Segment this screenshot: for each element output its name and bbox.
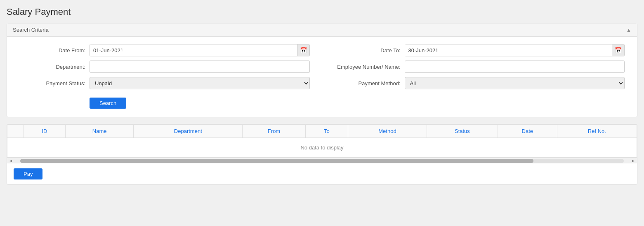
- page-title: Salary Payment: [7, 7, 637, 17]
- date-to-row: Date To: 📅: [335, 44, 625, 56]
- table-container: ID Name Department From To Method Status…: [7, 124, 637, 158]
- calendar-to-icon: 📅: [615, 47, 622, 54]
- pay-button[interactable]: Pay: [14, 168, 42, 179]
- scroll-right-arrow[interactable]: ►: [631, 158, 635, 163]
- col-from: From: [243, 125, 305, 138]
- payment-status-label: Payment Status:: [19, 80, 85, 86]
- calendar-from-icon: 📅: [300, 47, 307, 54]
- date-to-input[interactable]: [405, 44, 612, 56]
- scrollbar-thumb[interactable]: [20, 159, 533, 163]
- date-from-calendar-button[interactable]: 📅: [297, 44, 309, 56]
- date-to-calendar-button[interactable]: 📅: [612, 44, 624, 56]
- search-panel-header: Search Criteria ▲: [7, 23, 637, 37]
- date-from-label: Date From:: [19, 47, 85, 54]
- search-criteria-label: Search Criteria: [13, 27, 49, 33]
- scroll-left-arrow[interactable]: ◄: [9, 158, 13, 163]
- horizontal-scrollbar[interactable]: ◄ ►: [7, 158, 637, 163]
- employee-row: Employee Number/ Name:: [335, 61, 625, 73]
- payment-method-label: Payment Method:: [335, 80, 401, 86]
- results-table: ID Name Department From To Method Status…: [7, 124, 637, 158]
- col-department: Department: [134, 125, 243, 138]
- col-checkbox: [7, 125, 24, 138]
- col-refno: Ref No.: [557, 125, 637, 138]
- search-panel-body: Date From: 📅 Department: Payment Status: [7, 37, 637, 117]
- left-column: Date From: 📅 Department: Payment Status: [19, 44, 310, 93]
- date-from-row: Date From: 📅: [19, 44, 310, 56]
- search-btn-row: Search: [19, 98, 625, 109]
- table-header-row: ID Name Department From To Method Status…: [7, 125, 637, 138]
- payment-status-select[interactable]: Unpaid Paid All: [90, 77, 310, 89]
- col-method: Method: [348, 125, 427, 138]
- col-to: To: [305, 125, 348, 138]
- date-from-input[interactable]: [90, 44, 297, 56]
- department-row: Department:: [19, 61, 310, 73]
- col-name: Name: [65, 125, 133, 138]
- collapse-icon[interactable]: ▲: [626, 27, 631, 33]
- col-date: Date: [498, 125, 557, 138]
- col-id: ID: [24, 125, 66, 138]
- payment-method-row: Payment Method: All Cash Bank Transfer: [335, 77, 625, 89]
- employee-label: Employee Number/ Name:: [335, 64, 401, 70]
- pay-btn-row: Pay: [7, 163, 637, 184]
- right-column: Date To: 📅 Employee Number/ Name: Payme: [335, 44, 625, 93]
- date-to-wrapper: 📅: [405, 44, 625, 56]
- no-data-cell: No data to display: [7, 138, 637, 158]
- no-data-row: No data to display: [7, 138, 637, 158]
- search-button[interactable]: Search: [90, 98, 126, 109]
- col-status: Status: [427, 125, 498, 138]
- department-label: Department:: [19, 64, 85, 70]
- scrollbar-track: [20, 159, 624, 163]
- date-to-label: Date To:: [335, 47, 401, 54]
- search-panel: Search Criteria ▲ Date From: 📅: [7, 23, 637, 117]
- form-grid: Date From: 📅 Department: Payment Status: [19, 44, 625, 93]
- date-from-wrapper: 📅: [90, 44, 310, 56]
- payment-method-select[interactable]: All Cash Bank Transfer: [405, 77, 625, 89]
- results-panel: ID Name Department From To Method Status…: [7, 124, 637, 185]
- payment-status-row: Payment Status: Unpaid Paid All: [19, 77, 310, 89]
- employee-input[interactable]: [405, 61, 625, 73]
- department-input[interactable]: [90, 61, 310, 73]
